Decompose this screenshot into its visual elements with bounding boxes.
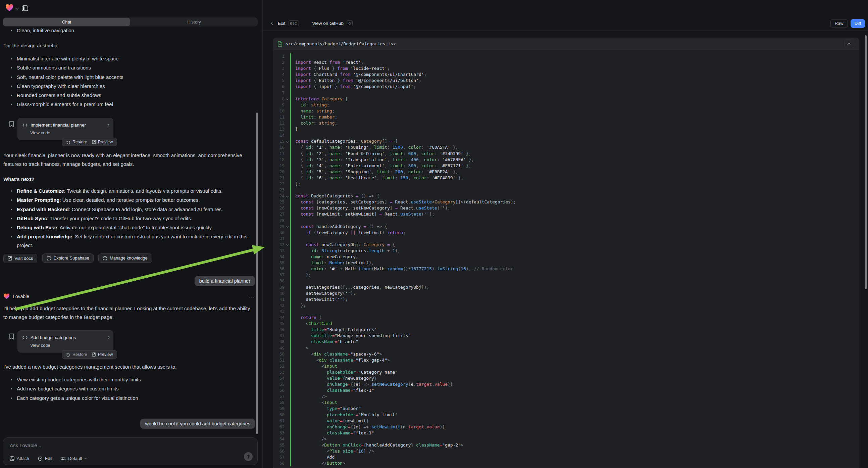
line-number: 18 <box>273 157 284 163</box>
code-line: 55 onChange={(e) => setNewCategory(e.tar… <box>273 381 859 387</box>
added-section-paragraph: I've added a new budget categories manag… <box>3 362 256 371</box>
code-line: 61 value={newLimit} <box>273 418 859 424</box>
line-number: 58 <box>273 400 284 406</box>
code-line: 50 <div className="space-y-6"> <box>273 351 859 357</box>
restore-icon <box>66 352 70 357</box>
chat-scrollbar[interactable] <box>256 113 258 434</box>
back-chevron-icon[interactable] <box>271 22 275 25</box>
view-code-link[interactable]: View code <box>18 129 113 135</box>
line-number: 42 <box>273 302 284 309</box>
fold-chevron-icon[interactable] <box>286 225 288 228</box>
edit-mode-button[interactable]: Edit <box>38 456 52 461</box>
code-line: 8interface Category { <box>273 96 859 102</box>
code-line: 68 </Button> <box>273 460 859 466</box>
edit-card-title: Implement financial planner <box>31 122 104 127</box>
line-number: 64 <box>273 436 284 442</box>
line-number: 24 <box>273 193 284 199</box>
file-header[interactable]: src/components/budget/BudgetCategories.t… <box>273 38 859 50</box>
restore-preview-pill: Restore Preview <box>62 138 117 146</box>
raw-toggle-button[interactable]: Raw <box>830 19 848 28</box>
line-number: 37 <box>273 272 284 278</box>
code-line: 36 color: '#' + Math.floor(Math.random()… <box>273 266 859 272</box>
line-number: 30 <box>273 230 284 236</box>
chat-input[interactable] <box>10 442 211 448</box>
restore-button[interactable]: Restore <box>66 140 87 144</box>
send-button[interactable] <box>244 452 253 461</box>
code-line: 37 }; <box>273 272 859 278</box>
code-line: 40 setNewCategory(''); <box>273 290 859 296</box>
fold-chevron-icon[interactable] <box>286 243 288 246</box>
code-viewer-panel: Exit ESC View on GitHub G Raw Diff src/c… <box>262 0 868 468</box>
line-number: 43 <box>273 309 284 315</box>
chat-composer: Attach Edit Default <box>3 437 258 465</box>
mode-select[interactable]: Default <box>61 456 86 461</box>
edit-card-add-budget-categories[interactable]: Add budget categories View code Restore <box>18 330 114 352</box>
code-line: 66 <Plus size={16} /> <box>273 448 859 454</box>
lovable-heart-icon <box>3 293 10 299</box>
code-line: 10 name: string; <box>273 108 859 114</box>
file-path: src/components/budget/BudgetCategories.t… <box>285 41 396 46</box>
assistant-name: Lovable <box>13 294 29 299</box>
list-item: Expand with Backend: Connect Supabase to… <box>3 205 257 214</box>
line-number: 57 <box>273 393 284 400</box>
line-number: 47 <box>273 333 284 339</box>
esc-key-badge: ESC <box>288 21 299 26</box>
line-number: 5 <box>273 78 284 84</box>
manage-knowledge-button[interactable]: Manage knowledge <box>98 254 152 263</box>
code-line: 64 /> <box>273 436 859 442</box>
fold-chevron-icon[interactable] <box>286 140 288 143</box>
fold-chevron-icon[interactable] <box>286 195 288 197</box>
line-number: 50 <box>273 351 284 357</box>
fold-chevron-icon[interactable] <box>286 98 288 100</box>
code-line: 26 const [newCategory, setNewCategory] =… <box>273 205 859 211</box>
edit-card-implement-financial-planner[interactable]: Implement financial planner View code Re… <box>18 118 114 140</box>
code-line: 14 <box>273 132 859 138</box>
code-line: 11 limit: number; <box>273 114 859 120</box>
user-message-bubble: would be cool if you could add budget ca… <box>140 419 255 429</box>
attach-button[interactable]: Attach <box>10 456 29 461</box>
view-code-link[interactable]: View code <box>18 342 113 348</box>
visit-docs-button[interactable]: Visit docs <box>3 254 37 263</box>
user-message-bubble: build a financial planner <box>195 276 255 286</box>
tab-chat[interactable]: Chat <box>3 18 130 26</box>
code-editor[interactable]: 12import React from 'react';3import { Pl… <box>273 50 859 466</box>
restore-preview-pill: Restore Preview <box>62 350 117 359</box>
tab-history[interactable]: History <box>130 18 258 27</box>
message-options-button[interactable]: ... <box>249 294 255 299</box>
code-line: 47 subtitle="Manage your spending limits… <box>273 333 859 339</box>
line-number: 15 <box>273 138 284 144</box>
design-aesthetic-heading: For the design aesthetic: <box>3 41 58 50</box>
edit-card-chevron-icon <box>106 123 110 126</box>
line-number: 31 <box>273 236 284 242</box>
collapse-file-button[interactable] <box>844 39 854 48</box>
code-line: 62 onChange={(e) => setNewLimit(e.target… <box>273 424 859 430</box>
exit-button[interactable]: Exit <box>278 21 285 26</box>
view-on-github-button[interactable]: View on GitHub <box>312 21 344 26</box>
line-number: 49 <box>273 345 284 351</box>
line-number: 35 <box>273 260 284 266</box>
preview-button[interactable]: Preview <box>92 352 113 357</box>
diff-toggle-button[interactable]: Diff <box>850 19 865 28</box>
line-number: 22 <box>273 181 284 187</box>
line-number: 33 <box>273 248 284 254</box>
sliders-icon <box>61 457 66 461</box>
line-number: 51 <box>273 357 284 363</box>
bookmark-icon[interactable] <box>9 121 14 127</box>
line-number: 20 <box>273 169 284 175</box>
code-line: 35 limit: Number(newLimit), <box>273 260 859 266</box>
code-scrollbar[interactable] <box>865 35 867 289</box>
code-line: 3import { Plus } from 'lucide-react'; <box>273 65 859 71</box>
explore-supabase-button[interactable]: Explore Supabase <box>42 254 94 263</box>
code-line: 19 { id: '4', name: 'Entertainment', lim… <box>273 163 859 169</box>
list-item: View existing budget categories with the… <box>3 375 257 384</box>
code-line: 57 /> <box>273 393 859 400</box>
preview-button[interactable]: Preview <box>92 140 113 144</box>
code-line: 25 const [categories, setCategories] = R… <box>273 199 859 205</box>
bookmark-icon[interactable] <box>9 333 14 340</box>
line-number: 38 <box>273 278 284 284</box>
code-icon <box>23 123 28 127</box>
restore-button[interactable]: Restore <box>66 352 87 357</box>
code-line: 15const defaultCategories: Category[] = … <box>273 138 859 144</box>
line-number: 9 <box>273 102 284 108</box>
send-arrow-icon <box>247 455 250 459</box>
